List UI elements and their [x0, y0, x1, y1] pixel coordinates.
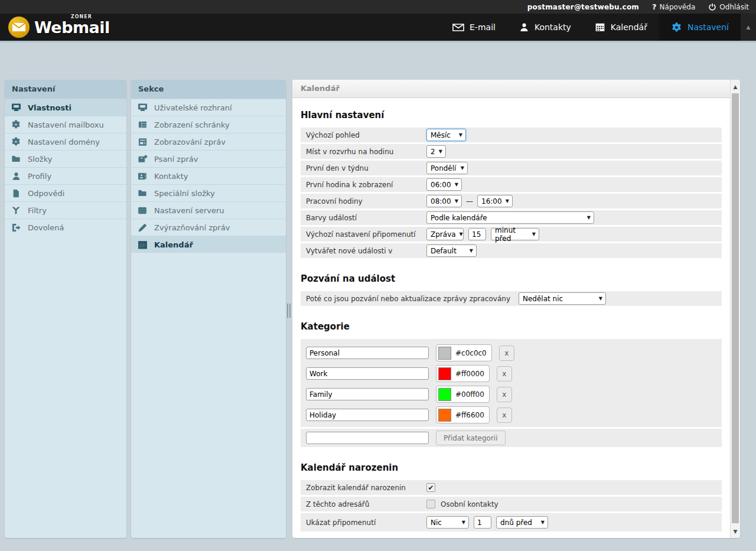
section-item-uzivatelske-rozhrani[interactable]: Uživatelské rozhraní — [131, 99, 286, 116]
category-color-button[interactable]: #00ff00 — [436, 386, 490, 403]
power-icon — [708, 3, 716, 11]
sidebar-item-dovolena[interactable]: Dovolená — [5, 219, 126, 236]
page-title: Kalendář — [292, 80, 730, 98]
birthday-reminder-amount-input[interactable] — [474, 516, 491, 529]
new-category-name-input[interactable] — [306, 432, 429, 444]
nav-tab-calendar[interactable]: Kalendář — [583, 14, 659, 41]
setting-row-default-view: Výchozí pohled Měsíc▼ — [301, 128, 722, 142]
setting-row-first-day: První den v týdnu Pondělí▼ — [301, 161, 722, 175]
sections-sidebar-title: Sekce — [131, 80, 286, 99]
default-view-select[interactable]: Měsíc▼ — [426, 129, 466, 141]
section-item-kalendar[interactable]: Kalendář — [131, 236, 286, 253]
section-item-zobrazeni-schranky[interactable]: Zobrazení schránky — [131, 116, 286, 133]
scrollbar-thumb[interactable] — [732, 93, 739, 523]
section-item-psani-zprav[interactable]: Psaní zpráv — [131, 150, 286, 167]
first-day-select[interactable]: Pondělí▼ — [426, 162, 468, 174]
invitations-action-select[interactable]: Nedělat nic▼ — [519, 292, 606, 305]
person-icon — [10, 171, 22, 181]
section-heading-birthdays: Kalendář narozenin — [301, 462, 722, 473]
brand-name: ZONER Webmail — [34, 18, 110, 37]
scroll-up-arrow-icon[interactable]: ▲ — [731, 80, 740, 93]
category-row: #00ff00 x — [306, 386, 722, 403]
scroll-down-arrow-icon[interactable]: ▼ — [731, 524, 740, 538]
reminder-amount-input[interactable] — [468, 228, 486, 240]
category-name-input[interactable] — [306, 409, 429, 421]
sidebar-item-profily[interactable]: Profily — [5, 167, 126, 184]
setting-row-invitations: Poté co jsou pozvání nebo aktualizace zp… — [301, 291, 722, 306]
message-view-icon — [136, 136, 148, 147]
section-item-nastaveni-serveru[interactable]: Nastavení serveru — [131, 201, 286, 219]
help-link[interactable]: ? Nápověda — [652, 2, 695, 11]
color-hex: #c0c0c0 — [455, 349, 487, 357]
document-icon — [10, 188, 22, 198]
first-hour-select[interactable]: 06:00▼ — [426, 178, 462, 191]
calendar-icon — [136, 239, 148, 250]
setting-row-address-books: Z těchto adresářů Osobní kontakty — [301, 497, 722, 511]
panel-resize-handle[interactable] — [287, 304, 291, 318]
brand-super: ZONER — [71, 14, 92, 19]
category-color-button[interactable]: #ff6600 — [436, 406, 490, 423]
event-colors-select[interactable]: Podle kalendáře▼ — [426, 211, 594, 224]
setting-row-slots-per-hour: Míst v rozvrhu na hodinu 2▼ — [301, 144, 722, 159]
server-icon — [136, 205, 148, 216]
remove-category-button[interactable]: x — [497, 387, 512, 402]
remove-category-button[interactable]: x — [499, 345, 514, 361]
setting-row-first-hour: První hodina k zobrazení 06:00▼ — [301, 177, 722, 192]
sidebar-item-odpovedi[interactable]: Odpovědi — [5, 184, 126, 201]
logout-link[interactable]: Odhlásit — [708, 3, 749, 11]
monitor-icon — [136, 102, 148, 113]
brand-logo[interactable]: ZONER Webmail — [0, 14, 441, 41]
color-swatch — [438, 388, 451, 401]
compose-mail-icon — [136, 154, 148, 164]
sidebar-item-nastaveni-mailboxu[interactable]: Nastavení mailboxu — [5, 116, 126, 133]
personal-contacts-checkbox[interactable] — [426, 500, 435, 508]
sidebar-item-vlastnosti[interactable]: Vlastnosti — [5, 99, 126, 116]
work-hours-to-select[interactable]: 16:00▼ — [477, 195, 513, 207]
section-item-kontakty[interactable]: Kontakty — [131, 167, 286, 184]
reminder-type-select[interactable]: Zpráva▼ — [426, 228, 464, 240]
category-name-input[interactable] — [306, 367, 429, 380]
nav-tab-contacts[interactable]: Kontakty — [507, 14, 583, 41]
birthday-reminder-type-select[interactable]: Nic▼ — [426, 516, 469, 529]
categories-list: #c0c0c0 x #ff0000 x #00ff00 — [301, 339, 722, 427]
sidebar-item-filtry[interactable]: Filtry — [5, 201, 126, 219]
section-item-zobrazovani-zprav[interactable]: Zobrazování zpráv — [131, 133, 286, 150]
navbar-collapse-arrow-icon[interactable]: ▲ — [741, 14, 756, 41]
create-in-select[interactable]: Default▼ — [426, 244, 477, 257]
logout-label: Odhlásit — [719, 3, 749, 11]
help-icon: ? — [652, 2, 657, 11]
remove-category-button[interactable]: x — [497, 366, 512, 382]
add-category-row: Přidat kategorii — [301, 429, 722, 447]
settings-sidebar: Nastavení Vlastnosti Nastavení mailboxu … — [5, 80, 126, 538]
setting-row-create-in: Vytvářet nové události v Default▼ — [301, 243, 722, 258]
color-hex: #ff0000 — [455, 370, 484, 378]
add-category-button[interactable]: Přidat kategorii — [436, 431, 506, 445]
category-color-button[interactable]: #ff0000 — [436, 365, 490, 382]
remove-category-button[interactable]: x — [497, 407, 512, 423]
sidebar-item-nastaveni-domeny[interactable]: Nastavení domény — [5, 133, 126, 150]
gear-icon — [10, 136, 22, 147]
color-swatch — [438, 367, 451, 380]
setting-row-default-reminder: Výchozí nastavení připomenutí Zpráva▼ mi… — [301, 227, 722, 242]
birthday-reminder-unit-select[interactable]: dnů před▼ — [496, 516, 548, 529]
folder-icon — [136, 188, 148, 198]
color-swatch — [438, 347, 451, 360]
section-item-zvyraznovani-zprav[interactable]: Zvýrazňování zpráv — [131, 219, 286, 236]
slots-per-hour-select[interactable]: 2▼ — [426, 145, 446, 158]
reminder-unit-select[interactable]: minut před▼ — [491, 228, 539, 240]
filter-icon — [10, 205, 22, 216]
top-status-bar: postmaster@testwebu.com ? Nápověda Odhlá… — [0, 0, 756, 14]
section-heading-invitations: Pozvání na událost — [301, 273, 722, 284]
vertical-scrollbar[interactable]: ▲ ▼ — [730, 80, 740, 538]
section-item-specialni-slozky[interactable]: Speciální složky — [131, 184, 286, 201]
category-name-input[interactable] — [306, 347, 429, 359]
category-color-button[interactable]: #c0c0c0 — [436, 344, 492, 361]
webmail-logo-icon — [8, 17, 30, 38]
category-name-input[interactable] — [306, 388, 429, 400]
user-email: postmaster@testwebu.com — [527, 3, 639, 11]
work-hours-from-select[interactable]: 08:00▼ — [426, 195, 462, 207]
show-birthdays-checkbox[interactable]: ✔ — [426, 483, 435, 492]
nav-tab-settings[interactable]: Nastavení — [659, 14, 741, 41]
sidebar-item-slozky[interactable]: Složky — [5, 150, 126, 167]
nav-tab-email[interactable]: E-mail — [441, 14, 507, 41]
